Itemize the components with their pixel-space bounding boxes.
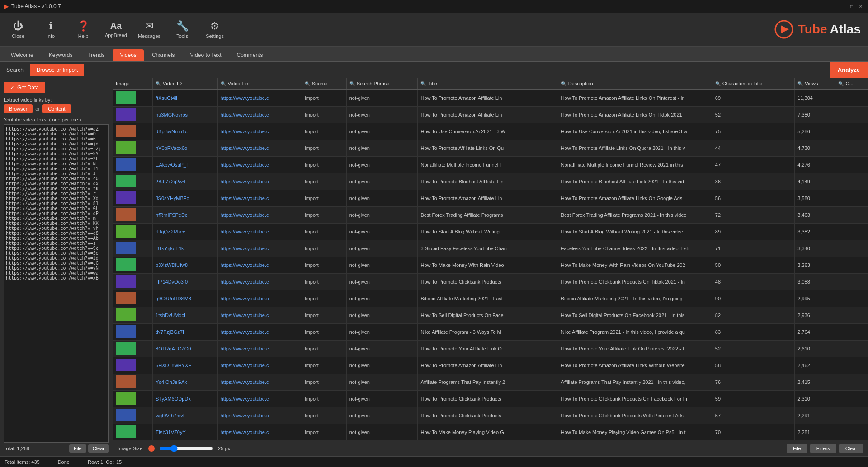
clear-button-left[interactable]: Clear (88, 444, 109, 453)
video-link-cell[interactable]: https://www.youtube.c (217, 207, 302, 224)
video-id-cell[interactable]: JS0sYHyMBFo (153, 190, 217, 207)
tab-welcome[interactable]: Welcome (4, 49, 41, 61)
table-row[interactable]: 2BJI7x2q2w4https://www.youtube.cImportno… (113, 173, 868, 190)
video-link-cell[interactable]: https://www.youtube.c (217, 190, 302, 207)
extra-cell (835, 89, 868, 107)
table-row[interactable]: dBpBwNn-n1chttps://www.youtube.cImportno… (113, 123, 868, 140)
video-id-cell[interactable]: hfRmIFSPeDc (153, 207, 217, 224)
table-row[interactable]: hfRmIFSPeDchttps://www.youtube.cImportno… (113, 207, 868, 224)
table-row[interactable]: DTsYrjkoT4khttps://www.youtube.cImportno… (113, 240, 868, 257)
video-id-cell[interactable]: TIsb31VZ0yY (153, 424, 217, 440)
clear-button-right[interactable]: Clear (839, 444, 863, 453)
table-row[interactable]: JS0sYHyMBFohttps://www.youtube.cImportno… (113, 190, 868, 207)
video-link-cell[interactable]: https://www.youtube.c (217, 224, 302, 240)
video-id-cell[interactable]: q9C3UuHDSM8 (153, 290, 217, 307)
video-id-cell[interactable]: DTsYrjkoT4k (153, 240, 217, 257)
video-id-cell[interactable]: wgt9Vrh7mvI (153, 407, 217, 424)
table-row[interactable]: rFkjQZ2Rbechttps://www.youtube.cImportno… (113, 224, 868, 240)
video-id-cell[interactable]: rFkjQZ2Rbec (153, 224, 217, 240)
table-row[interactable]: Ys4IOhJeGAkhttps://www.youtube.cImportno… (113, 374, 868, 391)
video-link-cell[interactable]: https://www.youtube.c (217, 391, 302, 407)
video-link-cell[interactable]: https://www.youtube.c (217, 341, 302, 357)
video-id-cell[interactable]: Ys4IOhJeGAk (153, 374, 217, 391)
tab-channels[interactable]: Channels (145, 49, 182, 61)
video-link-cell[interactable]: https://www.youtube.c (217, 173, 302, 190)
table-row[interactable]: 6HXD_8wHYXEhttps://www.youtube.cImportno… (113, 357, 868, 374)
video-id-cell[interactable]: 1tsbDvUMdcI (153, 307, 217, 324)
video-link-cell[interactable]: https://www.youtube.c (217, 357, 302, 374)
table-row[interactable]: hu3MGNgyroshttps://www.youtube.cImportno… (113, 107, 868, 123)
video-id-cell[interactable]: 8OTRqA_CZG0 (153, 341, 217, 357)
video-id-cell[interactable]: p3XzWDiUfw8 (153, 257, 217, 274)
maximize-button[interactable]: □ (848, 3, 855, 10)
file-button-right[interactable]: File (787, 444, 807, 453)
table-row[interactable]: TIsb31VZ0yYhttps://www.youtube.cImportno… (113, 424, 868, 440)
video-link-cell[interactable]: https://www.youtube.c (217, 374, 302, 391)
table-container[interactable]: Image 🔍Video ID 🔍Video Link 🔍Source 🔍Sea… (113, 78, 868, 440)
tab-video-to-text[interactable]: Video to Text (183, 49, 229, 61)
table-row[interactable]: STyAM6ODpDkhttps://www.youtube.cImportno… (113, 391, 868, 407)
video-link-cell[interactable]: https://www.youtube.c (217, 140, 302, 157)
video-link-cell[interactable]: https://www.youtube.c (217, 274, 302, 290)
table-row[interactable]: q9C3UuHDSM8https://www.youtube.cImportno… (113, 290, 868, 307)
video-id-cell[interactable]: 6HXD_8wHYXE (153, 357, 217, 374)
table-row[interactable]: tN7PzjBGz7Ihttps://www.youtube.cImportno… (113, 324, 868, 341)
video-link-cell[interactable]: https://www.youtube.c (217, 290, 302, 307)
analyze-button[interactable]: Analyze (830, 62, 868, 78)
tab-comments[interactable]: Comments (230, 49, 270, 61)
video-id-cell[interactable]: ftXsuGt4il (153, 89, 217, 107)
video-link-cell[interactable]: https://www.youtube.c (217, 157, 302, 173)
tab-videos[interactable]: Videos (113, 49, 143, 61)
table-row[interactable]: p3XzWDiUfw8https://www.youtube.cImportno… (113, 257, 868, 274)
size-slider-dot[interactable] (148, 445, 155, 452)
video-link-cell[interactable]: https://www.youtube.c (217, 107, 302, 123)
close-button[interactable]: ✕ (857, 3, 864, 10)
video-id-cell[interactable]: HP14DvOo3I0 (153, 274, 217, 290)
video-id-cell[interactable]: hu3MGNgyros (153, 107, 217, 123)
messages-toolbar-button[interactable]: ✉ Messages (138, 20, 160, 39)
content-button[interactable]: Content (42, 104, 71, 113)
help-toolbar-button[interactable]: ❓ Help (72, 20, 94, 39)
search-phrase-cell: not-given (346, 240, 418, 257)
video-link-cell[interactable]: https://www.youtube.c (217, 240, 302, 257)
video-link-cell[interactable]: https://www.youtube.c (217, 123, 302, 140)
table-row[interactable]: HP14DvOo3I0https://www.youtube.cImportno… (113, 274, 868, 290)
get-data-button[interactable]: ✓ Get Data (4, 82, 45, 93)
search-phrase-cell: not-given (346, 257, 418, 274)
video-id-cell[interactable]: tN7PzjBGz7I (153, 324, 217, 341)
close-toolbar-button[interactable]: ⏻ Close (7, 20, 29, 39)
extra-cell (835, 257, 868, 274)
video-id-cell[interactable]: EAkbwOsuP_I (153, 157, 217, 173)
table-row[interactable]: ftXsuGt4ilhttps://www.youtube.cImportnot… (113, 89, 868, 107)
info-toolbar-button[interactable]: ℹ Info (40, 20, 61, 39)
tab-keywords[interactable]: Keywords (42, 49, 80, 61)
video-link-cell[interactable]: https://www.youtube.c (217, 424, 302, 440)
links-textarea[interactable] (4, 124, 109, 443)
filters-button[interactable]: Filters (810, 444, 836, 453)
minimize-button[interactable]: — (839, 3, 846, 10)
browser-button[interactable]: Browser (4, 104, 33, 113)
video-id-cell[interactable]: 2BJI7x2q2w4 (153, 173, 217, 190)
tab-trends[interactable]: Trends (80, 49, 112, 61)
tools-toolbar-button[interactable]: 🔧 Tools (171, 20, 193, 39)
settings-toolbar-button[interactable]: ⚙ Settings (204, 20, 226, 39)
table-row[interactable]: wgt9Vrh7mvIhttps://www.youtube.cImportno… (113, 407, 868, 424)
image-size-slider[interactable] (159, 445, 213, 452)
video-link-cell[interactable]: https://www.youtube.c (217, 307, 302, 324)
browse-import-tab[interactable]: Browse or Import (30, 64, 84, 76)
appbreed-toolbar-button[interactable]: Aa AppBreed (105, 21, 127, 38)
video-link-cell[interactable]: https://www.youtube.c (217, 324, 302, 341)
titlebar-controls[interactable]: — □ ✕ (839, 3, 864, 10)
video-id-cell[interactable]: STyAM6ODpDk (153, 391, 217, 407)
file-button-left[interactable]: File (69, 444, 86, 453)
video-id-cell[interactable]: dBpBwNn-n1c (153, 123, 217, 140)
table-row[interactable]: 1tsbDvUMdcIhttps://www.youtube.cImportno… (113, 307, 868, 324)
table-row[interactable]: EAkbwOsuP_Ihttps://www.youtube.cImportno… (113, 157, 868, 173)
search-tab[interactable]: Search (0, 64, 30, 76)
video-id-cell[interactable]: hV0pRVaox6o (153, 140, 217, 157)
video-link-cell[interactable]: https://www.youtube.c (217, 257, 302, 274)
table-row[interactable]: 8OTRqA_CZG0https://www.youtube.cImportno… (113, 341, 868, 357)
table-row[interactable]: hV0pRVaox6ohttps://www.youtube.cImportno… (113, 140, 868, 157)
video-link-cell[interactable]: https://www.youtube.c (217, 89, 302, 107)
video-link-cell[interactable]: https://www.youtube.c (217, 407, 302, 424)
